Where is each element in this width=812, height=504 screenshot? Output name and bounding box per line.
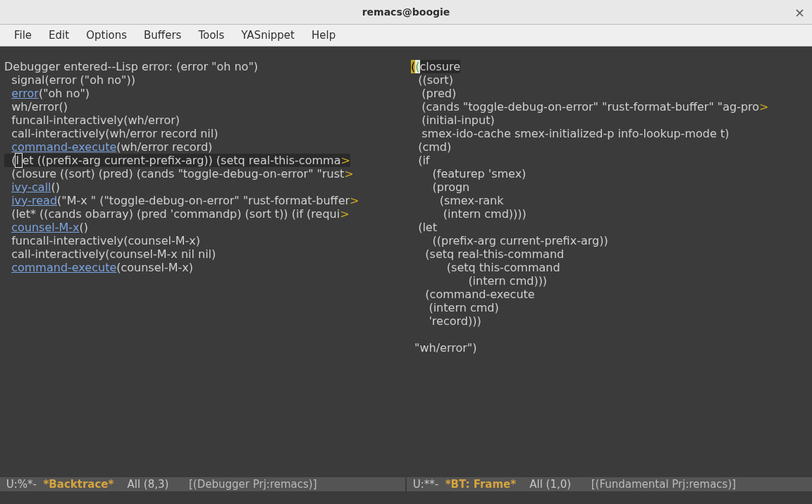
bt-line: funcall-interactively(wh/error) bbox=[4, 113, 180, 127]
fr-line: (progn bbox=[411, 180, 469, 194]
fr-line: (let bbox=[411, 221, 437, 234]
ml-buffer: *BT: Frame* bbox=[445, 478, 516, 491]
ml-percent: All bbox=[113, 478, 143, 491]
fr-line: 'record))) bbox=[411, 314, 481, 328]
overflow-right-icon: > bbox=[350, 194, 359, 207]
menubar: File Edit Options Buffers Tools YASnippe… bbox=[0, 25, 812, 47]
window-title: remacs@boogie bbox=[362, 6, 450, 18]
fr-line: smex-ido-cache smex-initialized-p info-l… bbox=[411, 127, 729, 140]
bt-line: funcall-interactively(counsel-M-x) bbox=[4, 234, 200, 247]
ml-status: U:**- bbox=[410, 478, 445, 491]
fr-line: (cands "toggle-debug-on-error" "rust-for… bbox=[411, 100, 769, 113]
fr-line: (intern cmd))) bbox=[411, 274, 547, 288]
error-link[interactable]: error bbox=[11, 87, 39, 100]
fr-line: ((sort) bbox=[411, 73, 453, 87]
bt-line: ivy-call() bbox=[4, 180, 60, 194]
ivy-call-link[interactable]: ivy-call bbox=[11, 180, 51, 194]
command-execute-link[interactable]: command-execute bbox=[11, 261, 116, 274]
fr-line: (featurep 'smex) bbox=[411, 167, 526, 180]
fr-line: (cmd) bbox=[411, 140, 451, 154]
fr-line: "wh/error") bbox=[411, 341, 476, 355]
bt-line: counsel-M-x() bbox=[4, 221, 88, 234]
ml-percent: All bbox=[516, 478, 546, 491]
fr-line: (intern cmd) bbox=[411, 301, 499, 314]
fr-line: (intern cmd)))) bbox=[411, 207, 527, 221]
ml-pos: (8,3) bbox=[144, 478, 169, 491]
bt-line: call-interactively(counsel-M-x nil nil) bbox=[4, 247, 216, 261]
titlebar: remacs@boogie × bbox=[0, 0, 812, 25]
close-icon[interactable]: × bbox=[794, 5, 805, 20]
bt-line: error("oh no") bbox=[4, 87, 90, 100]
modeline-left[interactable]: U:%*- *Backtrace* All (8,3) [(Debugger P… bbox=[0, 477, 405, 491]
menu-options[interactable]: Options bbox=[78, 26, 135, 44]
bt-current-line: (let ((prefix-arg current-prefix-arg)) (… bbox=[4, 154, 350, 167]
modeline-right[interactable]: U:**- *BT: Frame* All (1,0) [(Fundamenta… bbox=[407, 477, 812, 491]
bt-line: command-execute(wh/error record) bbox=[4, 140, 212, 154]
menu-edit[interactable]: Edit bbox=[40, 26, 78, 44]
fr-line: (if bbox=[411, 154, 430, 167]
ml-pos: (1,0) bbox=[546, 478, 572, 491]
backtrace-code[interactable]: Debugger entered--Lisp error: (error "oh… bbox=[0, 47, 405, 477]
command-execute-link[interactable]: command-execute bbox=[11, 140, 116, 154]
fr-current-line: ((closure bbox=[411, 60, 460, 73]
minibuffer[interactable] bbox=[0, 491, 812, 504]
overflow-right-icon: > bbox=[759, 100, 768, 113]
bt-line: (closure ((sort) (pred) (cands "toggle-d… bbox=[4, 167, 354, 180]
menu-file[interactable]: File bbox=[6, 26, 40, 44]
overflow-right-icon: > bbox=[344, 167, 353, 180]
counsel-mx-link[interactable]: counsel-M-x bbox=[11, 221, 79, 234]
fr-line: ((prefix-arg current-prefix-arg)) bbox=[411, 234, 608, 247]
menu-yasnippet[interactable]: YASnippet bbox=[233, 26, 303, 44]
bt-line: signal(error ("oh no")) bbox=[4, 73, 135, 87]
bt-line: call-interactively(wh/error record nil) bbox=[4, 127, 218, 140]
fr-line: (initial-input) bbox=[411, 113, 495, 127]
ml-buffer: *Backtrace* bbox=[44, 478, 114, 491]
right-pane[interactable]: ((closure ((sort) (pred) (cands "toggle-… bbox=[405, 47, 812, 491]
ml-mode: [(Debugger Prj:remacs)] bbox=[168, 478, 316, 491]
bt-line: (let* ((cands obarray) (pred 'commandp) … bbox=[4, 207, 350, 221]
fr-line: (setq this-command bbox=[411, 261, 560, 274]
fr-line: (setq real-this-command bbox=[411, 247, 564, 261]
menu-help[interactable]: Help bbox=[303, 26, 344, 44]
fr-line: (command-execute bbox=[411, 288, 535, 301]
menu-tools[interactable]: Tools bbox=[190, 26, 233, 44]
fr-line: (pred) bbox=[411, 87, 456, 100]
overflow-right-icon: > bbox=[340, 154, 350, 167]
ml-mode: [(Fundamental Prj:remacs)] bbox=[571, 478, 736, 491]
ml-status: U:%*- bbox=[3, 478, 44, 491]
menu-buffers[interactable]: Buffers bbox=[135, 26, 190, 44]
bt-line: command-execute(counsel-M-x) bbox=[4, 261, 193, 274]
overflow-right-icon: > bbox=[340, 207, 349, 221]
left-pane[interactable]: Debugger entered--Lisp error: (error "oh… bbox=[0, 47, 405, 491]
bt-line: wh/error() bbox=[4, 100, 68, 113]
frame-code[interactable]: ((closure ((sort) (pred) (cands "toggle-… bbox=[407, 47, 812, 477]
bt-line: ivy-read("M-x " ("toggle-debug-on-error"… bbox=[4, 194, 359, 207]
fr-line: (smex-rank bbox=[411, 194, 503, 207]
ivy-read-link[interactable]: ivy-read bbox=[11, 194, 57, 207]
bt-line: Debugger entered--Lisp error: (error "oh… bbox=[4, 60, 258, 73]
